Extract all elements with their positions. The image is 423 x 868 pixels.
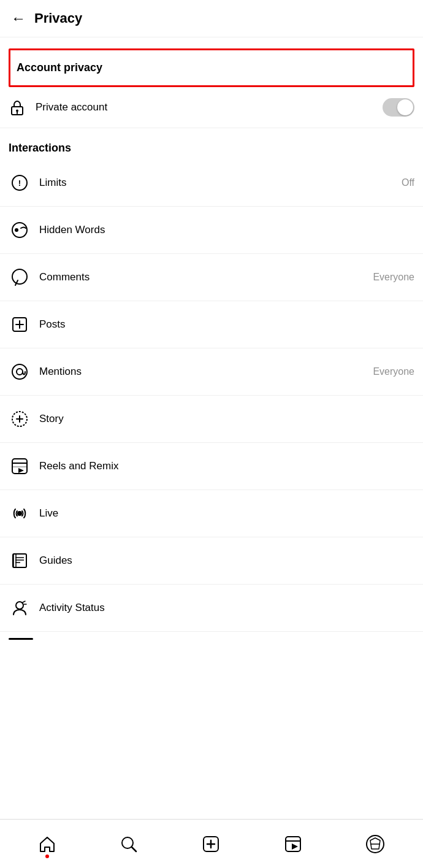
private-account-label: Private account [36, 101, 383, 113]
live-icon [9, 502, 31, 524]
private-account-toggle[interactable] [383, 98, 414, 117]
menu-item-mentions[interactable]: Mentions Everyone [0, 348, 423, 396]
nav-create[interactable] [191, 829, 231, 859]
svg-point-6 [15, 228, 18, 232]
bottom-divider [9, 638, 33, 640]
menu-item-comments[interactable]: Comments Everyone [0, 254, 423, 301]
svg-point-5 [12, 223, 27, 237]
guides-label: Guides [39, 555, 414, 567]
nav-profile[interactable] [354, 828, 396, 860]
nav-reels[interactable] [273, 829, 313, 859]
page-title: Privacy [34, 10, 82, 26]
nav-home[interactable] [27, 829, 67, 859]
mentions-value: Everyone [373, 366, 414, 377]
mentions-label: Mentions [39, 366, 373, 378]
svg-point-7 [12, 269, 27, 284]
guides-icon [9, 550, 31, 572]
account-privacy-title: Account privacy [17, 61, 102, 74]
comments-value: Everyone [373, 272, 414, 283]
lock-icon [9, 99, 26, 116]
svg-rect-18 [12, 463, 27, 464]
activity-icon [9, 597, 31, 619]
svg-rect-34 [286, 840, 300, 842]
private-account-row[interactable]: Private account [0, 87, 423, 128]
svg-marker-35 [292, 843, 298, 850]
menu-items-list: ! Limits Off Hidden Words Comments Every… [0, 159, 423, 632]
menu-item-hidden-words[interactable]: Hidden Words [0, 207, 423, 254]
story-label: Story [39, 413, 414, 425]
svg-point-27 [16, 602, 23, 609]
menu-item-story[interactable]: Story [0, 396, 423, 443]
menu-item-reels[interactable]: Reels and Remix [0, 443, 423, 490]
interactions-section: Interactions [0, 128, 423, 159]
reels-icon [9, 455, 31, 477]
comments-icon [9, 266, 31, 288]
mentions-icon [9, 361, 31, 383]
menu-item-posts[interactable]: Posts [0, 301, 423, 348]
svg-line-29 [132, 847, 136, 851]
account-privacy-section: Account privacy [9, 48, 414, 87]
menu-item-limits[interactable]: ! Limits Off [0, 159, 423, 207]
svg-marker-20 [18, 468, 24, 473]
svg-rect-26 [13, 554, 16, 567]
header: ← Privacy [0, 0, 423, 37]
hidden-words-icon [9, 219, 31, 241]
svg-rect-22 [13, 554, 26, 567]
back-button[interactable]: ← [11, 10, 26, 27]
story-icon [9, 408, 31, 430]
hidden-words-label: Hidden Words [39, 224, 414, 236]
home-notification-dot [45, 855, 49, 858]
limits-icon: ! [9, 172, 31, 194]
reels-label: Reels and Remix [39, 460, 414, 472]
bottom-nav [0, 819, 423, 868]
svg-rect-19 [12, 466, 27, 467]
menu-item-activity-status[interactable]: Activity Status [0, 585, 423, 632]
menu-item-guides[interactable]: Guides [0, 537, 423, 585]
live-label: Live [39, 507, 414, 520]
svg-point-12 [17, 369, 23, 375]
interactions-title: Interactions [9, 142, 71, 154]
limits-value: Off [402, 177, 414, 188]
activity-status-label: Activity Status [39, 602, 414, 614]
posts-label: Posts [39, 318, 414, 331]
comments-label: Comments [39, 271, 373, 283]
limits-label: Limits [39, 177, 402, 189]
menu-item-live[interactable]: Live [0, 490, 423, 537]
svg-text:!: ! [18, 179, 21, 188]
nav-search[interactable] [109, 829, 149, 859]
posts-icon [9, 313, 31, 336]
svg-point-21 [17, 511, 22, 516]
